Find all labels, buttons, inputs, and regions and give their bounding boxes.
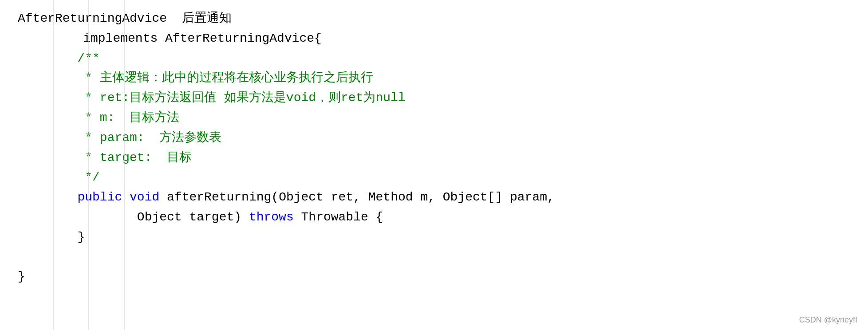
code-text-3: /** bbox=[18, 49, 100, 69]
code-text-4: * 主体逻辑：此中的过程将在核心业务执行之后执行 bbox=[18, 68, 373, 88]
code-container: AfterReturningAdvice 后置通知 implements Aft… bbox=[0, 0, 868, 330]
code-text-13 bbox=[18, 248, 47, 267]
code-text-6: * m: 目标方法 bbox=[18, 108, 179, 128]
code-line-8: * target: 目标 bbox=[18, 148, 850, 168]
code-line-4: * 主体逻辑：此中的过程将在核心业务执行之后执行 bbox=[18, 68, 850, 88]
code-line-10: public void afterReturning(Object ret, M… bbox=[18, 188, 850, 208]
code-line-1: AfterReturningAdvice 后置通知 bbox=[18, 9, 850, 29]
code-text-9: */ bbox=[18, 168, 100, 188]
code-text-2: implements AfterReturningAdvice{ bbox=[53, 29, 322, 49]
code-line-2: implements AfterReturningAdvice{ bbox=[18, 29, 850, 49]
code-text-8: * target: 目标 bbox=[18, 148, 192, 168]
code-text-10: public void afterReturning(Object ret, M… bbox=[18, 188, 555, 208]
code-line-11: Object target) throws Throwable { bbox=[18, 208, 850, 228]
guide-line-1 bbox=[53, 0, 54, 330]
code-line-6: * m: 目标方法 bbox=[18, 108, 850, 128]
code-line-7: * param: 方法参数表 bbox=[18, 128, 850, 148]
code-text-5: * ret:目标方法返回值 如果方法是void，则ret为null bbox=[18, 88, 406, 108]
code-text-7: * param: 方法参数表 bbox=[18, 128, 221, 148]
guide-line-3 bbox=[124, 0, 125, 330]
code-line-9: */ bbox=[18, 168, 850, 188]
code-text-12: } bbox=[18, 228, 85, 248]
code-line-3: /** bbox=[18, 49, 850, 69]
code-text-14: } bbox=[18, 267, 25, 287]
code-line-5: * ret:目标方法返回值 如果方法是void，则ret为null bbox=[18, 88, 850, 108]
code-text-11: Object target) throws Throwable { bbox=[18, 208, 383, 228]
guide-line-2 bbox=[88, 0, 89, 330]
code-line-14: } bbox=[18, 267, 850, 287]
code-line-12: } bbox=[18, 228, 850, 248]
code-line-13 bbox=[18, 248, 850, 267]
watermark: CSDN @kyrieyfI bbox=[799, 315, 857, 325]
